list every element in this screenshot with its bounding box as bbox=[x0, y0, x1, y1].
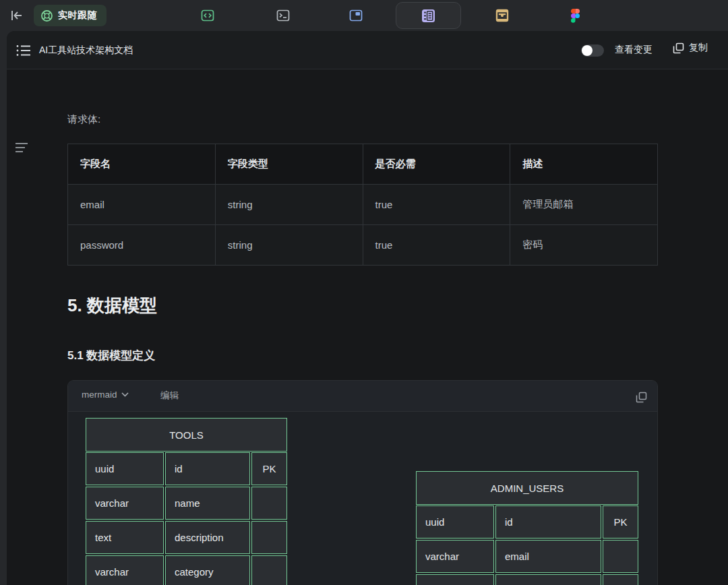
language-label: mermaid bbox=[82, 390, 117, 400]
er-table-title: TOOLS bbox=[86, 418, 287, 452]
er-cell: PK bbox=[251, 452, 287, 485]
er-cell: uuid bbox=[416, 505, 494, 538]
tab-browser[interactable] bbox=[349, 9, 363, 22]
er-cell bbox=[603, 540, 638, 573]
figma-logo-icon bbox=[570, 9, 580, 23]
col-header: 字段名 bbox=[68, 144, 216, 185]
app-window: 实时跟随 bbox=[0, 0, 728, 585]
er-cell bbox=[251, 487, 287, 520]
code-block-header: mermaid 编辑 bbox=[68, 381, 657, 412]
er-table-title: ADMIN_USERS bbox=[416, 471, 638, 505]
cell: 密码 bbox=[510, 225, 658, 266]
copy-code-button[interactable] bbox=[633, 389, 649, 405]
er-cell bbox=[251, 555, 287, 585]
align-left-icon bbox=[15, 142, 30, 153]
realtime-follow-label: 实时跟随 bbox=[58, 9, 97, 22]
er-cell: varchar bbox=[416, 574, 494, 585]
document-header-bar: AI工具站技术架构文档 查看变更 复制 bbox=[7, 31, 728, 69]
document-body: 请求体: 字段名 字段类型 是否必需 描述 email string true bbox=[7, 70, 728, 585]
top-toolbar: 实时跟随 bbox=[0, 0, 728, 31]
table-row: email string true 管理员邮箱 bbox=[68, 185, 658, 225]
chevron-down-icon bbox=[121, 392, 129, 397]
copy-document-button[interactable]: 复制 bbox=[673, 42, 708, 54]
tab-archive[interactable] bbox=[495, 9, 509, 22]
toc-list-button[interactable] bbox=[15, 42, 32, 59]
edit-button[interactable]: 编辑 bbox=[160, 390, 179, 402]
copy-icon bbox=[673, 42, 684, 54]
mermaid-code-block: mermaid 编辑 TOOLS bbox=[67, 380, 658, 585]
er-table-admin-users: ADMIN_USERS uuid id PK varchar email var… bbox=[416, 471, 638, 585]
cell: email bbox=[68, 185, 216, 225]
er-table-tools: TOOLS uuid id PK varchar name text descr… bbox=[86, 418, 287, 585]
er-cell: category bbox=[165, 555, 250, 585]
browser-window-icon bbox=[349, 9, 363, 22]
cell: 管理员邮箱 bbox=[510, 185, 658, 225]
er-cell bbox=[251, 521, 287, 554]
er-cell: id bbox=[165, 452, 250, 485]
cell: string bbox=[215, 225, 363, 266]
er-cell: id bbox=[495, 505, 601, 538]
er-cell: varchar bbox=[416, 540, 494, 573]
collapse-sidebar-button[interactable] bbox=[8, 7, 26, 24]
tab-terminal[interactable] bbox=[276, 9, 290, 22]
lifebuoy-icon bbox=[40, 9, 53, 22]
document-title: AI工具站技术架构文档 bbox=[39, 44, 133, 57]
code-icon bbox=[201, 9, 214, 22]
er-cell: uuid bbox=[86, 452, 164, 485]
copy-icon bbox=[636, 392, 647, 403]
terminal-icon bbox=[276, 9, 290, 22]
outline-toggle-button[interactable] bbox=[15, 142, 31, 156]
realtime-follow-button[interactable]: 实时跟随 bbox=[34, 5, 107, 26]
tab-code-editor[interactable] bbox=[201, 9, 214, 22]
view-changes-label: 查看变更 bbox=[615, 44, 653, 56]
view-changes-toggle[interactable] bbox=[581, 44, 604, 57]
col-header: 字段类型 bbox=[215, 144, 363, 185]
er-cell: PK bbox=[603, 505, 638, 538]
er-cell: description bbox=[165, 521, 250, 554]
cell: true bbox=[363, 225, 510, 266]
inbox-icon bbox=[495, 9, 509, 22]
er-cell: varchar bbox=[86, 487, 164, 520]
request-body-label: 请求体: bbox=[67, 113, 100, 126]
subsection-heading: 5.1 数据模型定义 bbox=[67, 348, 155, 363]
toggle-knob bbox=[582, 45, 593, 56]
cell: true bbox=[363, 185, 510, 225]
collapse-left-icon bbox=[10, 9, 24, 22]
section-heading: 5. 数据模型 bbox=[67, 294, 157, 317]
cell: password bbox=[68, 225, 216, 266]
er-cell: email bbox=[495, 540, 601, 573]
er-cell bbox=[603, 574, 638, 585]
document-notes-icon bbox=[421, 9, 435, 23]
copy-label: 复制 bbox=[689, 42, 708, 54]
col-header: 描述 bbox=[510, 144, 658, 185]
table-row: password string true 密码 bbox=[68, 225, 658, 266]
er-cell: varchar bbox=[86, 555, 164, 585]
tab-figma[interactable] bbox=[568, 9, 582, 22]
document-panel: AI工具站技术架构文档 查看变更 复制 bbox=[7, 31, 728, 585]
tab-document-active[interactable] bbox=[396, 2, 461, 29]
list-icon bbox=[16, 44, 31, 57]
fields-table-header-row: 字段名 字段类型 是否必需 描述 bbox=[68, 144, 658, 185]
cell: string bbox=[215, 185, 363, 225]
language-dropdown[interactable]: mermaid bbox=[82, 390, 129, 400]
er-cell: password_hash bbox=[495, 574, 601, 585]
er-cell: name bbox=[165, 487, 250, 520]
col-header: 是否必需 bbox=[363, 144, 510, 185]
fields-table: 字段名 字段类型 是否必需 描述 email string true 管理员邮箱… bbox=[67, 144, 658, 266]
er-cell: text bbox=[86, 521, 164, 554]
